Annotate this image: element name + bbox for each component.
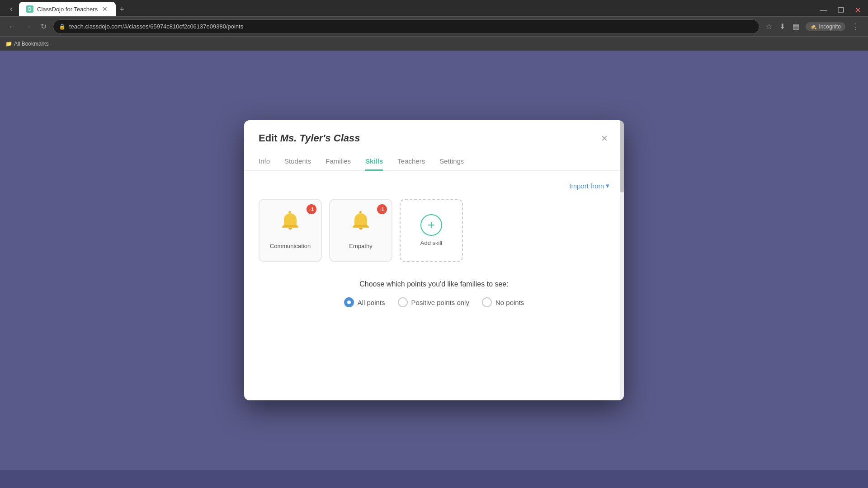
empathy-label: Empathy (349, 243, 372, 250)
communication-label: Communication (270, 243, 311, 250)
modal-overlay: Edit Ms. Tyler's Class × Info Students F… (0, 51, 868, 470)
radio-all-points-label: All points (358, 299, 385, 306)
tab-settings[interactable]: Settings (439, 153, 464, 171)
modal-title-prefix: Edit (259, 132, 278, 144)
menu-btn[interactable]: ⋮ (849, 19, 863, 34)
close-window-btn[interactable]: ✕ (851, 4, 864, 16)
add-skill-plus-icon: + (420, 214, 442, 236)
empathy-bell-icon (349, 211, 373, 239)
empathy-badge: -1 (377, 204, 387, 214)
skill-card-communication[interactable]: -1 Communication (259, 199, 322, 262)
radio-positive-points[interactable]: Positive points only (398, 297, 469, 307)
lock-icon: 🔒 (59, 23, 66, 30)
tab-back-btn[interactable]: ‹ (7, 1, 15, 16)
tab-info[interactable]: Info (259, 153, 270, 171)
reload-btn[interactable]: ↻ (38, 19, 49, 33)
url-text: teach.classdojo.com/#/classes/65974c810c… (69, 23, 243, 30)
tab-bar: ‹ D ClassDojo for Teachers ✕ + — ❐ ✕ (0, 0, 868, 16)
forward-btn[interactable]: → (22, 20, 34, 33)
import-label: Import from (569, 182, 604, 190)
import-from-btn[interactable]: Import from ▾ (569, 182, 609, 190)
tab-skills[interactable]: Skills (365, 153, 383, 171)
skills-grid: -1 Communication (259, 199, 609, 262)
incognito-badge: 🕵 Incognito (806, 22, 845, 31)
tab-teachers[interactable]: Teachers (397, 153, 425, 171)
bookmarks-bar: 📁 All Bookmarks (0, 36, 868, 51)
tab-students[interactable]: Students (284, 153, 311, 171)
incognito-icon: 🕵 (810, 23, 817, 30)
communication-bell-icon (278, 211, 302, 239)
modal-header: Edit Ms. Tyler's Class × (244, 120, 624, 145)
edit-class-modal: Edit Ms. Tyler's Class × Info Students F… (244, 120, 624, 400)
tab-favicon: D (26, 5, 33, 13)
address-bar[interactable]: 🔒 teach.classdojo.com/#/classes/65974c81… (53, 19, 760, 34)
radio-no-points-label: No points (495, 299, 524, 306)
modal-body: Import from ▾ -1 (244, 171, 624, 400)
tab-title: ClassDojo for Teachers (37, 6, 98, 13)
radio-positive-points-circle[interactable] (398, 297, 408, 307)
incognito-label: Incognito (819, 23, 841, 30)
skill-card-empathy[interactable]: -1 Empathy (329, 199, 392, 262)
communication-badge: -1 (307, 204, 316, 214)
modal-title: Edit Ms. Tyler's Class (259, 132, 360, 144)
window-controls: — ❐ ✕ (816, 4, 864, 16)
browser-chrome: ‹ D ClassDojo for Teachers ✕ + — ❐ ✕ ← →… (0, 0, 868, 51)
browser-toolbar: ← → ↻ 🔒 teach.classdojo.com/#/classes/65… (0, 16, 868, 36)
maximize-btn[interactable]: ❐ (834, 4, 848, 16)
bookmarks-folder-icon: 📁 (5, 41, 12, 47)
import-chevron-icon: ▾ (606, 182, 609, 190)
tab-families[interactable]: Families (326, 153, 351, 171)
modal-tabs: Info Students Families Skills Teachers S… (244, 153, 624, 171)
back-btn[interactable]: ← (5, 20, 18, 33)
skill-card-add[interactable]: + Add skill (400, 199, 463, 262)
bookmarks-label: 📁 All Bookmarks (5, 41, 49, 47)
svg-point-1 (360, 211, 362, 213)
modal-title-class: Ms. Tyler's Class (280, 132, 360, 144)
radio-all-points[interactable]: All points (344, 297, 385, 307)
download-btn[interactable]: ⬇ (777, 19, 788, 33)
tab-close-btn[interactable]: ✕ (101, 5, 108, 13)
svg-point-0 (289, 211, 291, 213)
radio-no-points[interactable]: No points (482, 297, 524, 307)
radio-positive-points-label: Positive points only (411, 299, 469, 306)
points-radio-group: All points Positive points only No point… (259, 297, 609, 307)
add-skill-label: Add skill (420, 239, 442, 247)
sidebar-btn[interactable]: ▤ (790, 19, 802, 33)
points-title: Choose which points you'd like families … (259, 280, 609, 288)
active-tab[interactable]: D ClassDojo for Teachers ✕ (19, 2, 116, 16)
import-row: Import from ▾ (259, 182, 609, 190)
minimize-btn[interactable]: — (816, 4, 830, 16)
bookmark-star-btn[interactable]: ☆ (763, 19, 775, 33)
new-tab-button[interactable]: + (116, 3, 128, 16)
radio-all-points-circle[interactable] (344, 297, 354, 307)
points-section: Choose which points you'd like families … (259, 280, 609, 307)
toolbar-icons: ☆ ⬇ ▤ (763, 19, 802, 33)
modal-close-btn[interactable]: × (599, 131, 609, 145)
page-background: Edit Ms. Tyler's Class × Info Students F… (0, 51, 868, 470)
radio-no-points-circle[interactable] (482, 297, 492, 307)
